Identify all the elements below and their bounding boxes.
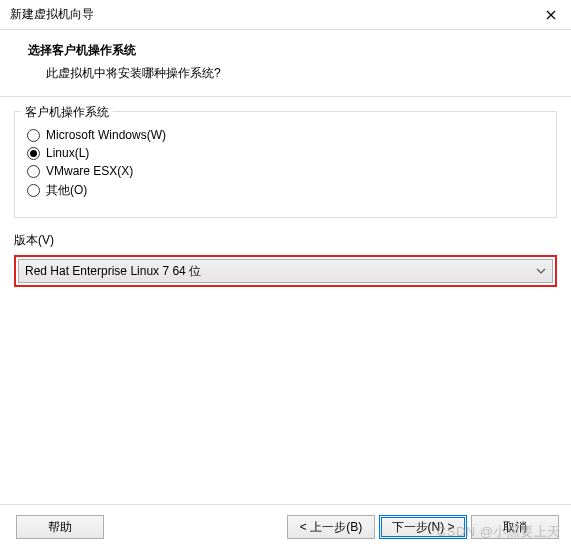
radio-icon xyxy=(27,147,40,160)
os-legend: 客户机操作系统 xyxy=(21,104,113,121)
radio-icon xyxy=(27,165,40,178)
chevron-down-icon xyxy=(536,266,546,276)
titlebar: 新建虚拟机向导 xyxy=(0,0,571,30)
version-select[interactable]: Red Hat Enterprise Linux 7 64 位 xyxy=(18,259,553,283)
radio-label: VMware ESX(X) xyxy=(46,164,133,178)
version-section: 版本(V) Red Hat Enterprise Linux 7 64 位 xyxy=(14,232,557,287)
version-highlight: Red Hat Enterprise Linux 7 64 位 xyxy=(14,255,557,287)
radio-windows[interactable]: Microsoft Windows(W) xyxy=(27,128,544,142)
next-button[interactable]: 下一步(N) > xyxy=(379,515,467,539)
radio-label: Microsoft Windows(W) xyxy=(46,128,166,142)
radio-linux[interactable]: Linux(L) xyxy=(27,146,544,160)
radio-icon xyxy=(27,129,40,142)
radio-other[interactable]: 其他(O) xyxy=(27,182,544,199)
os-fieldset: 客户机操作系统 Microsoft Windows(W) Linux(L) VM… xyxy=(14,111,557,218)
wizard-content: 客户机操作系统 Microsoft Windows(W) Linux(L) VM… xyxy=(0,97,571,504)
version-selected-text: Red Hat Enterprise Linux 7 64 位 xyxy=(25,263,536,280)
wizard-footer: 帮助 < 上一步(B) 下一步(N) > 取消 CSDN @小黑要上天 xyxy=(0,504,571,549)
radio-icon xyxy=(27,184,40,197)
wizard-header: 选择客户机操作系统 此虚拟机中将安装哪种操作系统? xyxy=(0,30,571,97)
window-title: 新建虚拟机向导 xyxy=(10,6,541,23)
close-icon xyxy=(546,10,556,20)
cancel-button[interactable]: 取消 xyxy=(471,515,559,539)
help-button[interactable]: 帮助 xyxy=(16,515,104,539)
radio-label: Linux(L) xyxy=(46,146,89,160)
page-title: 选择客户机操作系统 xyxy=(28,42,553,59)
page-subtitle: 此虚拟机中将安装哪种操作系统? xyxy=(28,65,553,82)
close-button[interactable] xyxy=(541,5,561,25)
radio-vmware-esx[interactable]: VMware ESX(X) xyxy=(27,164,544,178)
back-button[interactable]: < 上一步(B) xyxy=(287,515,375,539)
radio-label: 其他(O) xyxy=(46,182,87,199)
version-label: 版本(V) xyxy=(14,232,557,249)
